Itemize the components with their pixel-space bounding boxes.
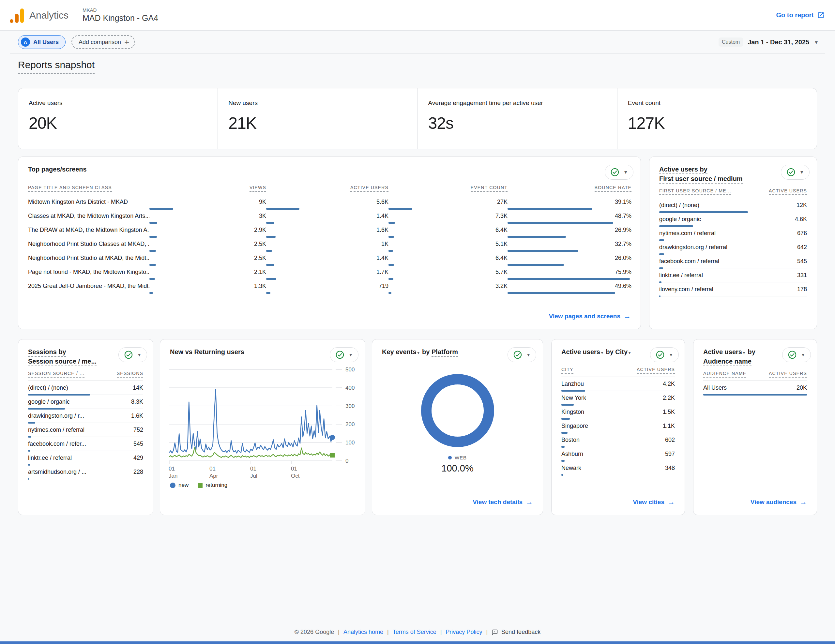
terms-of-service-link[interactable]: Terms of Service (393, 629, 436, 636)
metric-value: 26.9% (507, 227, 632, 234)
chevron-down-icon: ▼ (742, 350, 746, 355)
legend-returning-label: returning (205, 482, 227, 488)
date-range-value: Jan 1 - Dec 31, 2025 (747, 39, 809, 46)
product-name: Analytics (29, 10, 68, 21)
new-vs-returning-line-chart: 010020030040050001Jan01Apr01Jul01Oct (167, 364, 363, 480)
app-header: Analytics MKAD MAD Kingston - GA4 Go to … (0, 0, 835, 31)
card-title-dimension: First user source / medium (659, 175, 743, 183)
card-insight-control[interactable]: ▼ (781, 165, 809, 180)
metric-value: 1.6K (266, 227, 388, 234)
view-link-label: View cities (633, 498, 664, 506)
kpi-label: Average engagement time per active user (428, 99, 617, 107)
table-row: Midtown Kingston Arts District - MKAD9K5… (28, 195, 631, 209)
card-insight-control[interactable]: ▼ (119, 347, 147, 362)
kpi-event-count: Event count127K (617, 88, 817, 149)
metric-bar (28, 394, 90, 396)
metric-bar (266, 250, 272, 252)
chevron-down-icon: ▼ (623, 170, 628, 175)
metric-bar (266, 264, 274, 266)
first-user-source-card: Active users by First user source / medi… (649, 157, 817, 329)
table-row: nytimes.com / referral676 (659, 226, 807, 240)
card-insight-control[interactable]: ▼ (782, 347, 811, 362)
metric-value: 2.5K (149, 241, 266, 248)
page-title: Reports snapshot (18, 59, 94, 74)
divider (10, 53, 825, 54)
table-row: 2025 Great Jell-O Jamboree - MKAD, the M… (28, 279, 631, 293)
card-insight-control[interactable]: ▼ (507, 347, 536, 362)
dimension-label: Ashburn (561, 451, 583, 457)
metric-value: 39.1% (507, 199, 632, 205)
metric-bar (266, 278, 276, 280)
card-title: Key events▼ by Platform (382, 347, 458, 357)
kpi-label: Active users (29, 99, 218, 107)
view-pages-and-screens-link[interactable]: View pages and screens → (549, 312, 641, 329)
card-title: Active users▼ by Audience name (703, 347, 755, 366)
view-link-label: View pages and screens (549, 313, 621, 320)
dimension-label: drawkingston.org / referral (659, 244, 727, 251)
donut-ring (415, 368, 500, 453)
top-pages-table: PAGE TITLE AND SCREEN CLASSVIEWSACTIVE U… (28, 185, 631, 293)
metric-bar (28, 436, 31, 438)
column-header: VIEWS (149, 185, 266, 192)
metric-column-header: ACTIVE USERS (637, 367, 675, 374)
page-footer: © 2026 Google | Analytics home | Terms o… (0, 629, 835, 636)
metric-picker[interactable]: Active users▼ (703, 348, 746, 355)
column-header: BOUNCE RATE (507, 185, 632, 192)
kpi-value: 20K (29, 114, 218, 133)
metric-value: 1.1K (663, 423, 675, 430)
check-circle-icon (610, 168, 619, 177)
metric-bar (149, 264, 156, 266)
metric-value: 1.4K (266, 255, 388, 261)
property-switcher[interactable]: MKAD MAD Kingston - GA4 (83, 7, 158, 23)
metric-value: 26.0% (507, 255, 632, 261)
metric-value: 32.7% (507, 241, 632, 248)
view-cities-link[interactable]: View cities → (633, 498, 685, 515)
view-tech-details-link[interactable]: View tech details → (473, 498, 543, 515)
dimension-label: All Users (703, 384, 727, 391)
go-to-report-label: Go to report (776, 11, 814, 19)
metric-bar (149, 236, 157, 238)
view-audiences-link[interactable]: View audiences → (751, 498, 817, 515)
svg-text:Jan: Jan (169, 473, 177, 479)
metric-bar (507, 292, 615, 294)
audiences-card: Active users▼ by Audience name ▼ AUDIENC… (693, 339, 817, 515)
metric-value: 597 (665, 451, 675, 457)
kpi-value: 21K (228, 114, 417, 133)
table-header-row: CITYACTIVE USERS (561, 367, 675, 377)
first-user-source-table: FIRST USER SOURCE / ME...ACTIVE USERS(di… (659, 188, 807, 297)
card-insight-control[interactable]: ▼ (650, 347, 679, 362)
metric-picker[interactable]: Active users▼ (561, 348, 604, 355)
metric-value: 8.3K (131, 399, 143, 405)
add-comparison-button[interactable]: Add comparison + (71, 35, 135, 49)
metric-bar (28, 408, 65, 410)
chevron-down-icon: ▼ (669, 352, 673, 357)
chevron-down-icon: ▼ (416, 350, 421, 355)
arrow-right-icon: → (526, 498, 533, 506)
privacy-policy-link[interactable]: Privacy Policy (445, 629, 482, 636)
platform-donut-chart: WEB 100.0% (372, 368, 543, 474)
card-insight-control[interactable]: ▼ (605, 165, 634, 180)
send-feedback-button[interactable]: Send feedback (492, 629, 541, 636)
svg-text:01: 01 (250, 466, 257, 472)
page-title-cell: 2025 Great Jell-O Jamboree - MKAD, the M… (28, 283, 149, 290)
go-to-report-link[interactable]: Go to report (776, 11, 825, 19)
metric-bar (659, 239, 664, 241)
card-insight-control[interactable]: ▼ (330, 347, 359, 362)
metric-value: 1.5K (663, 409, 675, 415)
all-users-chip[interactable]: A All Users (18, 35, 65, 49)
dimension-picker[interactable]: City▼ (615, 348, 632, 355)
analytics-home-link[interactable]: Analytics home (343, 629, 383, 636)
metric-bar (659, 268, 663, 269)
table-row: google / organic8.3K (28, 395, 143, 409)
date-range-picker[interactable]: Custom Jan 1 - Dec 31, 2025 ▼ (718, 37, 819, 47)
svg-text:100: 100 (345, 440, 354, 446)
chevron-down-icon: ▼ (137, 352, 141, 357)
kpi-value: 32s (428, 114, 617, 133)
donut-percentage: 100.0% (441, 463, 473, 474)
table-header-row: SESSION SOURCE / ...SESSIONS (28, 371, 143, 381)
column-header: EVENT COUNT (388, 185, 507, 192)
metric-picker[interactable]: Key events▼ (382, 348, 421, 355)
metric-value: 1.3K (149, 283, 266, 290)
table-row: drawkingston.org / referral642 (659, 240, 807, 254)
table-row: linktr.ee / referral331 (659, 268, 807, 282)
